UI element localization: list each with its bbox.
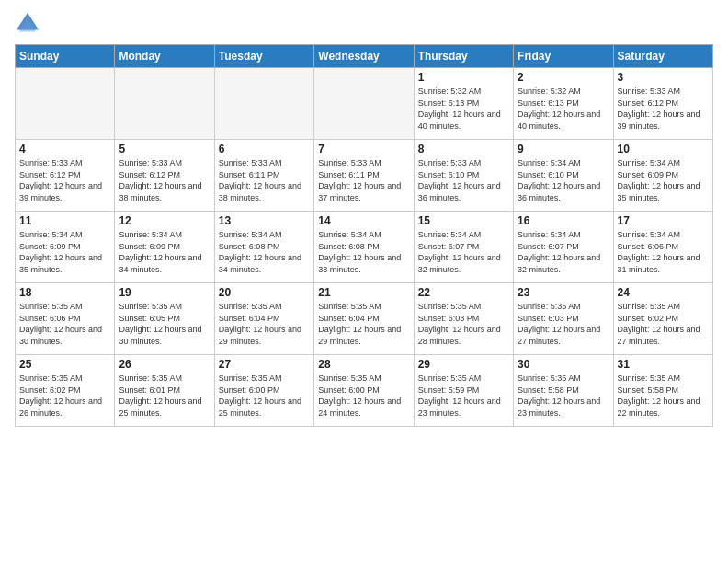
- calendar-cell: [115, 68, 214, 140]
- day-number: 14: [318, 214, 409, 227]
- logo: [15, 11, 44, 37]
- day-info: Sunrise: 5:34 AM Sunset: 6:07 PM Dayligh…: [418, 229, 509, 275]
- day-info: Sunrise: 5:34 AM Sunset: 6:09 PM Dayligh…: [618, 157, 709, 203]
- day-number: 17: [618, 214, 709, 227]
- calendar-cell: 5Sunrise: 5:33 AM Sunset: 6:12 PM Daylig…: [115, 140, 214, 212]
- day-info: Sunrise: 5:34 AM Sunset: 6:08 PM Dayligh…: [318, 229, 409, 275]
- day-number: 15: [418, 214, 509, 227]
- calendar-week: 1Sunrise: 5:32 AM Sunset: 6:13 PM Daylig…: [16, 68, 713, 140]
- day-info: Sunrise: 5:35 AM Sunset: 6:06 PM Dayligh…: [19, 301, 110, 347]
- day-info: Sunrise: 5:35 AM Sunset: 6:04 PM Dayligh…: [219, 301, 310, 347]
- weekday-header: Wednesday: [314, 45, 414, 68]
- calendar-table: SundayMondayTuesdayWednesdayThursdayFrid…: [15, 44, 713, 427]
- calendar-cell: 2Sunrise: 5:32 AM Sunset: 6:13 PM Daylig…: [514, 68, 613, 140]
- day-number: 29: [418, 358, 509, 371]
- calendar-cell: 10Sunrise: 5:34 AM Sunset: 6:09 PM Dayli…: [613, 140, 712, 212]
- day-info: Sunrise: 5:35 AM Sunset: 6:00 PM Dayligh…: [219, 373, 310, 419]
- day-number: 28: [318, 358, 409, 371]
- day-info: Sunrise: 5:32 AM Sunset: 6:13 PM Dayligh…: [518, 86, 609, 132]
- day-number: 21: [318, 286, 409, 299]
- calendar-cell: 21Sunrise: 5:35 AM Sunset: 6:04 PM Dayli…: [314, 283, 414, 355]
- calendar-cell: 11Sunrise: 5:34 AM Sunset: 6:09 PM Dayli…: [16, 212, 115, 283]
- calendar-week: 25Sunrise: 5:35 AM Sunset: 6:02 PM Dayli…: [16, 355, 713, 427]
- calendar-cell: 3Sunrise: 5:33 AM Sunset: 6:12 PM Daylig…: [613, 68, 712, 140]
- calendar-week: 11Sunrise: 5:34 AM Sunset: 6:09 PM Dayli…: [16, 212, 713, 283]
- calendar-week: 18Sunrise: 5:35 AM Sunset: 6:06 PM Dayli…: [16, 283, 713, 355]
- calendar-cell: 9Sunrise: 5:34 AM Sunset: 6:10 PM Daylig…: [514, 140, 613, 212]
- day-info: Sunrise: 5:34 AM Sunset: 6:06 PM Dayligh…: [618, 229, 709, 275]
- day-info: Sunrise: 5:35 AM Sunset: 5:59 PM Dayligh…: [418, 373, 509, 419]
- day-number: 7: [318, 143, 409, 155]
- day-info: Sunrise: 5:34 AM Sunset: 6:10 PM Dayligh…: [518, 157, 609, 203]
- day-info: Sunrise: 5:33 AM Sunset: 6:11 PM Dayligh…: [318, 157, 409, 203]
- day-info: Sunrise: 5:33 AM Sunset: 6:12 PM Dayligh…: [119, 157, 210, 203]
- day-info: Sunrise: 5:33 AM Sunset: 6:10 PM Dayligh…: [418, 157, 509, 203]
- day-info: Sunrise: 5:35 AM Sunset: 6:00 PM Dayligh…: [318, 373, 409, 419]
- calendar-cell: 15Sunrise: 5:34 AM Sunset: 6:07 PM Dayli…: [414, 212, 513, 283]
- day-number: 22: [418, 286, 509, 299]
- day-number: 9: [518, 143, 609, 155]
- day-info: Sunrise: 5:35 AM Sunset: 6:03 PM Dayligh…: [418, 301, 509, 347]
- day-number: 12: [119, 214, 210, 227]
- weekday-header: Monday: [115, 45, 214, 68]
- calendar-cell: 1Sunrise: 5:32 AM Sunset: 6:13 PM Daylig…: [414, 68, 513, 140]
- day-number: 3: [618, 71, 709, 84]
- day-info: Sunrise: 5:33 AM Sunset: 6:11 PM Dayligh…: [219, 157, 310, 203]
- day-info: Sunrise: 5:34 AM Sunset: 6:09 PM Dayligh…: [19, 229, 110, 275]
- calendar-cell: 24Sunrise: 5:35 AM Sunset: 6:02 PM Dayli…: [613, 283, 712, 355]
- calendar-cell: 13Sunrise: 5:34 AM Sunset: 6:08 PM Dayli…: [214, 212, 313, 283]
- calendar-cell: 12Sunrise: 5:34 AM Sunset: 6:09 PM Dayli…: [115, 212, 214, 283]
- weekday-header: Thursday: [414, 45, 513, 68]
- calendar-cell: 18Sunrise: 5:35 AM Sunset: 6:06 PM Dayli…: [16, 283, 115, 355]
- calendar-cell: 30Sunrise: 5:35 AM Sunset: 5:58 PM Dayli…: [514, 355, 613, 427]
- calendar-week: 4Sunrise: 5:33 AM Sunset: 6:12 PM Daylig…: [16, 140, 713, 212]
- day-info: Sunrise: 5:33 AM Sunset: 6:12 PM Dayligh…: [618, 86, 709, 132]
- day-number: 23: [518, 286, 609, 299]
- day-info: Sunrise: 5:35 AM Sunset: 6:02 PM Dayligh…: [618, 301, 709, 347]
- calendar-cell: 29Sunrise: 5:35 AM Sunset: 5:59 PM Dayli…: [414, 355, 513, 427]
- day-number: 13: [219, 214, 310, 227]
- day-info: Sunrise: 5:34 AM Sunset: 6:07 PM Dayligh…: [518, 229, 609, 275]
- calendar-cell: 4Sunrise: 5:33 AM Sunset: 6:12 PM Daylig…: [16, 140, 115, 212]
- day-info: Sunrise: 5:35 AM Sunset: 5:58 PM Dayligh…: [518, 373, 609, 419]
- weekday-header: Sunday: [16, 45, 115, 68]
- calendar-cell: 8Sunrise: 5:33 AM Sunset: 6:10 PM Daylig…: [414, 140, 513, 212]
- day-number: 6: [219, 143, 310, 155]
- calendar-cell: 20Sunrise: 5:35 AM Sunset: 6:04 PM Dayli…: [214, 283, 313, 355]
- calendar-cell: 31Sunrise: 5:35 AM Sunset: 5:58 PM Dayli…: [613, 355, 712, 427]
- day-number: 26: [119, 358, 210, 371]
- day-number: 19: [119, 286, 210, 299]
- day-number: 16: [518, 214, 609, 227]
- header-row: SundayMondayTuesdayWednesdayThursdayFrid…: [16, 45, 713, 68]
- weekday-header: Saturday: [613, 45, 712, 68]
- calendar-cell: 25Sunrise: 5:35 AM Sunset: 6:02 PM Dayli…: [16, 355, 115, 427]
- calendar-cell: [16, 68, 115, 140]
- calendar-cell: 6Sunrise: 5:33 AM Sunset: 6:11 PM Daylig…: [214, 140, 313, 212]
- calendar-cell: 27Sunrise: 5:35 AM Sunset: 6:00 PM Dayli…: [214, 355, 313, 427]
- day-number: 2: [518, 71, 609, 84]
- day-info: Sunrise: 5:33 AM Sunset: 6:12 PM Dayligh…: [19, 157, 110, 203]
- day-number: 5: [119, 143, 210, 155]
- calendar-cell: 26Sunrise: 5:35 AM Sunset: 6:01 PM Dayli…: [115, 355, 214, 427]
- logo-icon: [15, 11, 40, 37]
- calendar-cell: 7Sunrise: 5:33 AM Sunset: 6:11 PM Daylig…: [314, 140, 414, 212]
- day-number: 30: [518, 358, 609, 371]
- weekday-header: Friday: [514, 45, 613, 68]
- day-info: Sunrise: 5:35 AM Sunset: 5:58 PM Dayligh…: [618, 373, 709, 419]
- page-container: SundayMondayTuesdayWednesdayThursdayFrid…: [0, 0, 728, 438]
- day-info: Sunrise: 5:35 AM Sunset: 6:02 PM Dayligh…: [19, 373, 110, 419]
- calendar-cell: 22Sunrise: 5:35 AM Sunset: 6:03 PM Dayli…: [414, 283, 513, 355]
- calendar-cell: 19Sunrise: 5:35 AM Sunset: 6:05 PM Dayli…: [115, 283, 214, 355]
- day-number: 24: [618, 286, 709, 299]
- day-number: 8: [418, 143, 509, 155]
- calendar-cell: 23Sunrise: 5:35 AM Sunset: 6:03 PM Dayli…: [514, 283, 613, 355]
- weekday-header: Tuesday: [214, 45, 313, 68]
- calendar-cell: 17Sunrise: 5:34 AM Sunset: 6:06 PM Dayli…: [613, 212, 712, 283]
- day-info: Sunrise: 5:35 AM Sunset: 6:05 PM Dayligh…: [119, 301, 210, 347]
- day-number: 10: [618, 143, 709, 155]
- calendar-cell: 16Sunrise: 5:34 AM Sunset: 6:07 PM Dayli…: [514, 212, 613, 283]
- calendar-cell: [314, 68, 414, 140]
- day-number: 25: [19, 358, 110, 371]
- day-number: 1: [418, 71, 509, 84]
- calendar-cell: [214, 68, 313, 140]
